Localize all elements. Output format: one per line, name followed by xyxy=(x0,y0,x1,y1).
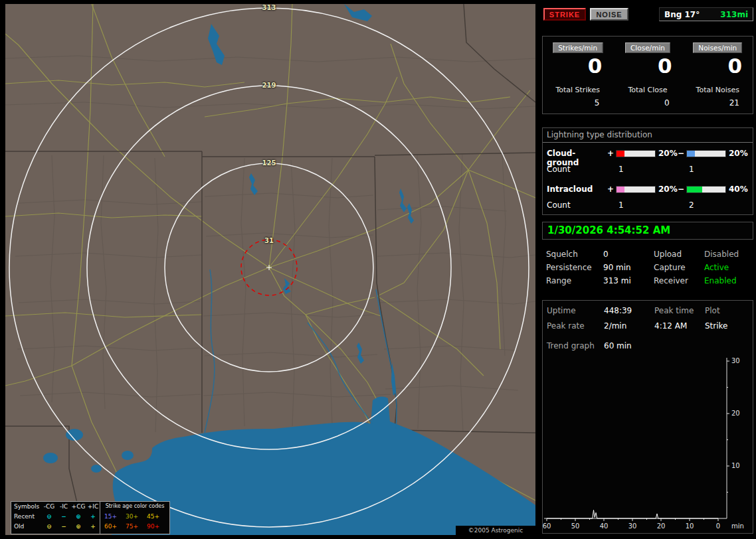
svg-text:10: 10 xyxy=(731,462,740,469)
close-per-min-button[interactable]: Close/min xyxy=(625,42,670,53)
count-label: Count xyxy=(547,200,607,210)
neg-ic-old-icon: − xyxy=(56,523,71,530)
strikes-per-min-value: 0 xyxy=(543,54,602,78)
noises-per-min-value: 0 xyxy=(683,54,742,78)
receiver-status-grid: Squelch 0 Upload Disabled Persistence 90… xyxy=(542,247,753,289)
stats-trend-box: Uptime 448:39 Peak time Plot Peak rate 2… xyxy=(542,300,753,534)
age-code-75: 75+ xyxy=(126,523,145,530)
strikes-per-min-counter: Strikes/min 0 Total Strikes 5 xyxy=(543,37,613,114)
count-label: Count xyxy=(547,165,607,174)
total-close-value: 0 xyxy=(613,98,669,108)
status-panel: STRIKE NOISE Bng 17° 313mi Strikes/min 0… xyxy=(541,0,756,539)
map-legend: Symbols -CG -IC +CG +IC Strike age color… xyxy=(11,501,170,534)
trend-window-value: 60 min xyxy=(604,341,653,350)
capture-label: Capture xyxy=(654,263,703,272)
svg-text:40: 40 xyxy=(600,522,609,530)
noise-indicator-button[interactable]: NOISE xyxy=(590,8,628,21)
total-strikes-label: Total Strikes xyxy=(543,86,613,94)
strikes-per-min-button[interactable]: Strikes/min xyxy=(553,42,603,53)
uptime-label: Uptime xyxy=(547,306,603,315)
noises-per-min-button[interactable]: Noises/min xyxy=(693,42,742,53)
age-code-60: 60+ xyxy=(104,523,124,530)
minus-sign: − xyxy=(677,185,685,194)
lightning-map[interactable]: 313 219 125 31 Symbols -CG -IC +CG +IC S… xyxy=(5,4,535,535)
age-code-30: 30+ xyxy=(126,513,145,520)
pos-cg-old-icon: ⊕ xyxy=(71,523,86,530)
upload-status: Disabled xyxy=(704,250,752,259)
neg-ic-recent-icon: − xyxy=(56,513,71,520)
total-noises-label: Total Noises xyxy=(683,86,753,94)
range-value: 313mi xyxy=(720,10,748,19)
cloud-ground-negative-bar xyxy=(686,150,726,157)
total-noises-value: 21 xyxy=(683,98,739,108)
legend-age-title: Strike age color codes xyxy=(102,503,168,509)
minus-sign: − xyxy=(677,149,685,158)
range-ring-label: 31 xyxy=(264,237,274,244)
range-ring-label: 125 xyxy=(262,159,276,167)
svg-text:60: 60 xyxy=(543,522,551,530)
svg-text:30: 30 xyxy=(628,522,637,530)
svg-text:0: 0 xyxy=(716,522,720,530)
pos-cg-recent-icon: ⊕ xyxy=(71,513,86,520)
svg-text:10: 10 xyxy=(686,522,694,530)
pos-ic-recent-icon: + xyxy=(86,513,100,520)
receiver-status: Enabled xyxy=(704,276,752,285)
copyright-text: ©2005 Astrogenic Systems xyxy=(456,526,535,535)
total-strikes-value: 5 xyxy=(543,98,599,108)
intracloud-positive-bar xyxy=(616,186,656,193)
date-time-display: 1/30/2026 4:54:52 AM xyxy=(547,224,670,236)
legend-symbols-title: Symbols xyxy=(14,503,41,510)
neg-cg-recent-icon: ⊖ xyxy=(42,513,56,520)
cloud-ground-positive-count: 1 xyxy=(618,165,624,174)
close-per-min-counter: Close/min 0 Total Close 0 xyxy=(613,37,682,114)
peak-time-label: Peak time xyxy=(654,306,704,315)
trend-series xyxy=(547,510,718,518)
distribution-title: Lightning type distribution xyxy=(543,130,753,143)
capture-status: Active xyxy=(704,263,752,272)
intracloud-negative-count: 2 xyxy=(689,200,694,210)
upload-label: Upload xyxy=(654,250,703,259)
plot-mode-value: Strike xyxy=(705,321,753,331)
svg-text:30: 30 xyxy=(731,357,740,364)
svg-text:20: 20 xyxy=(657,522,666,530)
squelch-value: 0 xyxy=(603,250,652,259)
pos-ic-old-icon: + xyxy=(86,523,100,530)
total-close-label: Total Close xyxy=(613,86,682,94)
strike-indicator-button[interactable]: STRIKE xyxy=(543,8,586,21)
rate-counters-box: Strikes/min 0 Total Strikes 5 Close/min … xyxy=(542,36,753,114)
range-ring-label: 313 xyxy=(262,4,276,11)
uptime-value: 448:39 xyxy=(604,306,653,315)
age-code-90: 90+ xyxy=(147,523,167,530)
squelch-label: Squelch xyxy=(546,250,602,259)
lightning-distribution-box: Lightning type distribution Cloud-ground… xyxy=(542,127,753,215)
intracloud-row: Intracloud + 20% − 40% xyxy=(543,185,753,194)
noises-per-min-counter: Noises/min 0 Total Noises 21 xyxy=(683,37,753,114)
legend-row-recent-label: Recent xyxy=(14,513,41,520)
legend-col-pos-ic: +IC xyxy=(86,503,100,510)
plus-sign: + xyxy=(607,149,614,158)
svg-text:20: 20 xyxy=(731,410,740,417)
range-setting-value: 313 mi xyxy=(603,276,652,285)
age-code-45: 45+ xyxy=(147,513,167,520)
trend-graph-label: Trend graph xyxy=(547,341,603,350)
persistence-label: Persistence xyxy=(546,263,602,272)
close-per-min-value: 0 xyxy=(613,54,672,78)
peak-rate-label: Peak rate xyxy=(547,321,603,331)
legend-row-old-label: Old xyxy=(14,523,41,530)
peak-time-value: 4:12 AM xyxy=(654,321,704,331)
legend-col-neg-cg: -CG xyxy=(42,503,56,510)
age-code-15: 15+ xyxy=(104,513,124,520)
intracloud-negative-bar xyxy=(686,186,726,193)
range-ring-label: 219 xyxy=(262,82,276,89)
receiver-label: Receiver xyxy=(654,276,703,285)
svg-text:50: 50 xyxy=(571,522,580,530)
persistence-value: 90 min xyxy=(603,263,652,272)
cloud-ground-negative-count: 1 xyxy=(689,165,694,174)
intracloud-negative-pct: 40% xyxy=(729,185,753,194)
intracloud-label: Intracloud xyxy=(547,185,607,194)
cloud-ground-count-row: Count 1 1 xyxy=(543,165,753,175)
intracloud-positive-count: 1 xyxy=(618,200,624,210)
bearing-range-display: Bng 17° 313mi xyxy=(659,7,753,21)
cloud-ground-positive-bar xyxy=(616,150,656,157)
cloud-ground-negative-pct: 20% xyxy=(729,149,753,158)
